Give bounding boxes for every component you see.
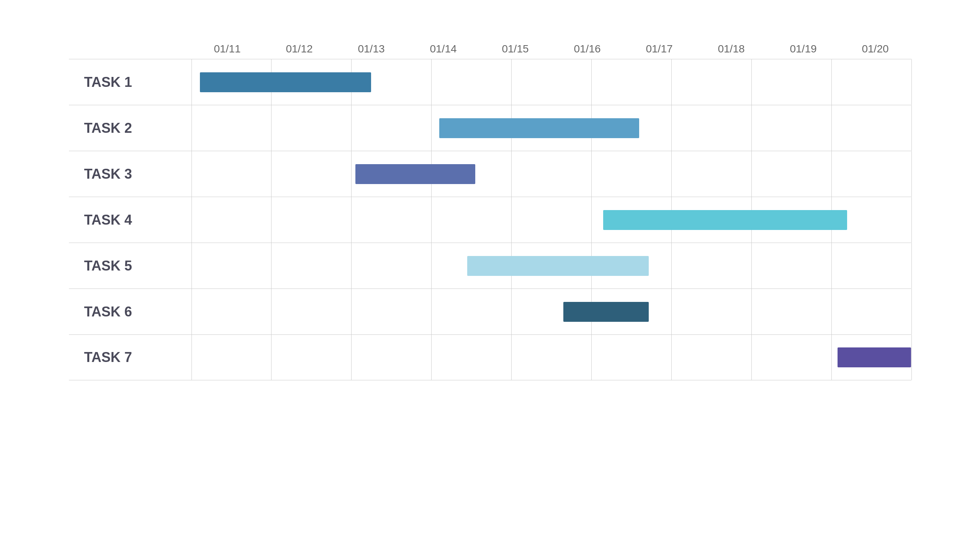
grid-line (831, 335, 832, 380)
grid-line (511, 289, 512, 334)
task-bar (603, 210, 847, 230)
grid-line (591, 335, 592, 380)
grid-line (511, 335, 512, 380)
grid-line (831, 289, 832, 334)
grid-line (831, 151, 832, 197)
grid-line (591, 151, 592, 197)
grid-line (751, 335, 752, 380)
task-label: TASK 7 (69, 349, 191, 365)
timeline-label: 01/16 (551, 43, 623, 55)
gantt-track (191, 59, 911, 105)
task-bar (439, 118, 639, 138)
gantt-row: TASK 1 (69, 59, 911, 105)
grid-line (191, 289, 192, 334)
gantt-row: TASK 7 (69, 334, 911, 380)
grid-line (351, 289, 352, 334)
grid-line (271, 243, 272, 289)
grid-line (671, 151, 672, 197)
grid-line (191, 151, 192, 197)
grid-line (671, 105, 672, 151)
task-bar (355, 164, 475, 184)
grid-line (911, 335, 912, 380)
grid-line (271, 105, 272, 151)
grid-line (751, 289, 752, 334)
gantt-track (191, 289, 911, 334)
grid-line (911, 243, 912, 289)
grid-line (431, 197, 432, 243)
grid-line (511, 197, 512, 243)
timeline-label: 01/11 (191, 43, 263, 55)
gantt-row: TASK 2 (69, 105, 911, 151)
grid-line (751, 59, 752, 105)
gantt-row: TASK 5 (69, 243, 911, 289)
gantt-track (191, 243, 911, 289)
timeline-label: 01/12 (263, 43, 335, 55)
grid-line (671, 243, 672, 289)
grid-line (591, 59, 592, 105)
grid-line (431, 243, 432, 289)
grid-line (191, 243, 192, 289)
task-label: TASK 6 (69, 304, 191, 320)
task-bar (838, 347, 911, 367)
grid-line (191, 197, 192, 243)
grid-line (191, 335, 192, 380)
task-label: TASK 1 (69, 74, 191, 90)
gantt-body: TASK 1TASK 2TASK 3TASK 4TASK 5TASK 6TASK… (69, 59, 911, 380)
timeline-label: 01/18 (695, 43, 767, 55)
timeline-label: 01/19 (767, 43, 839, 55)
task-bar (200, 72, 371, 92)
grid-line (831, 105, 832, 151)
grid-line (511, 59, 512, 105)
grid-line (671, 59, 672, 105)
grid-line (671, 289, 672, 334)
task-label: TASK 5 (69, 258, 191, 274)
grid-line (911, 59, 912, 105)
gantt-track (191, 335, 911, 380)
grid-line (591, 197, 592, 243)
gantt-chart: 01/1101/1201/1301/1401/1501/1601/1701/18… (69, 43, 911, 380)
grid-line (431, 335, 432, 380)
grid-line (191, 59, 192, 105)
grid-line (831, 243, 832, 289)
task-bar (563, 302, 649, 322)
timeline-label: 01/15 (479, 43, 551, 55)
timeline-label: 01/20 (839, 43, 911, 55)
grid-line (911, 151, 912, 197)
grid-line (431, 59, 432, 105)
grid-line (431, 289, 432, 334)
task-label: TASK 2 (69, 120, 191, 136)
grid-line (751, 243, 752, 289)
grid-line (671, 335, 672, 380)
task-label: TASK 4 (69, 212, 191, 228)
grid-line (351, 105, 352, 151)
grid-line (271, 335, 272, 380)
gantt-track (191, 151, 911, 197)
gantt-track (191, 105, 911, 151)
gantt-row: TASK 6 (69, 289, 911, 334)
task-bar (467, 256, 649, 276)
grid-line (911, 197, 912, 243)
grid-line (511, 151, 512, 197)
grid-line (751, 105, 752, 151)
grid-line (431, 105, 432, 151)
gantt-row: TASK 4 (69, 197, 911, 243)
grid-line (271, 197, 272, 243)
grid-line (351, 197, 352, 243)
timeline-label: 01/17 (623, 43, 695, 55)
grid-line (351, 335, 352, 380)
gantt-row: TASK 3 (69, 151, 911, 197)
grid-line (351, 151, 352, 197)
grid-line (351, 243, 352, 289)
task-label: TASK 3 (69, 166, 191, 182)
timeline-header: 01/1101/1201/1301/1401/1501/1601/1701/18… (191, 43, 911, 55)
timeline-label: 01/13 (335, 43, 407, 55)
grid-line (271, 151, 272, 197)
grid-line (911, 289, 912, 334)
grid-line (271, 289, 272, 334)
timeline-label: 01/14 (407, 43, 479, 55)
gantt-track (191, 197, 911, 243)
grid-line (911, 105, 912, 151)
grid-line (191, 105, 192, 151)
grid-line (831, 59, 832, 105)
grid-line (751, 151, 752, 197)
